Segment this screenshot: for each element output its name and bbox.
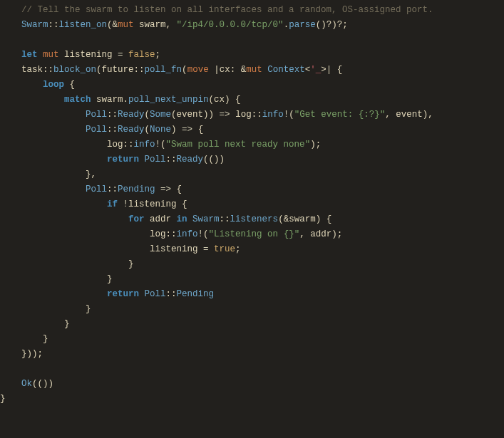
t: cx: bbox=[220, 65, 241, 75]
t: info bbox=[262, 110, 284, 120]
t: Poll bbox=[0, 110, 107, 120]
t: Swarm bbox=[187, 214, 220, 224]
t: parse bbox=[289, 20, 316, 30]
t: mut bbox=[118, 20, 134, 30]
t: poll_next_unpin bbox=[128, 95, 209, 105]
t: } bbox=[0, 274, 113, 284]
t: listen_on bbox=[59, 20, 108, 30]
t bbox=[0, 289, 107, 299]
t: }, bbox=[0, 170, 96, 179]
t: false bbox=[128, 50, 155, 60]
t: block_on bbox=[53, 65, 96, 75]
t: true bbox=[214, 244, 235, 254]
t: match bbox=[64, 95, 91, 105]
t bbox=[0, 155, 107, 165]
t: listeners bbox=[230, 214, 279, 224]
t: poll_fn bbox=[145, 65, 182, 75]
t: info bbox=[177, 229, 198, 239]
t: "Get event: {:?}" bbox=[294, 110, 386, 120]
t: Ok bbox=[21, 379, 32, 389]
t: Ready bbox=[118, 110, 145, 120]
t: , event), bbox=[385, 110, 433, 120]
t: info bbox=[134, 140, 155, 150]
t: listening bbox=[59, 50, 118, 60]
t: let bbox=[21, 50, 38, 60]
t: mut bbox=[43, 50, 59, 60]
t: Poll bbox=[139, 289, 166, 299]
code-block: // Tell the swarm to listen on all inter… bbox=[0, 0, 504, 407]
t: '_ bbox=[310, 65, 321, 75]
t: log bbox=[0, 229, 166, 239]
t: return bbox=[107, 155, 139, 165]
code-comment: // Tell the swarm to listen on all inter… bbox=[0, 5, 433, 15]
t: Poll bbox=[0, 125, 107, 135]
t bbox=[0, 214, 128, 224]
t: (cx) { bbox=[209, 95, 241, 105]
t: swarm, bbox=[134, 20, 177, 30]
t: Context bbox=[262, 65, 305, 75]
t: Pending bbox=[118, 184, 155, 194]
t: log bbox=[230, 110, 252, 120]
t: "Listening on {}" bbox=[209, 229, 300, 239]
t bbox=[0, 95, 64, 105]
t bbox=[0, 379, 21, 389]
t: } bbox=[0, 334, 48, 344]
t: swarm. bbox=[91, 95, 129, 105]
t: task bbox=[0, 65, 43, 75]
t: Pending bbox=[177, 289, 215, 299]
t: move bbox=[187, 65, 209, 75]
t: None bbox=[150, 125, 171, 135]
t: if bbox=[107, 199, 118, 209]
t: "/ip4/0.0.0.0/tcp/0" bbox=[177, 20, 284, 30]
t: log bbox=[0, 140, 123, 150]
t: Swarm bbox=[0, 20, 48, 30]
t: in bbox=[177, 214, 187, 224]
t: Ready bbox=[177, 155, 204, 165]
t: (event)) bbox=[171, 110, 220, 120]
t: } bbox=[0, 304, 91, 314]
t: for bbox=[128, 214, 145, 224]
t: "Swam poll next ready none" bbox=[166, 140, 311, 150]
t: } bbox=[0, 394, 6, 404]
t: Ready bbox=[118, 125, 145, 135]
t: addr bbox=[145, 214, 177, 224]
t: listening { bbox=[128, 199, 187, 209]
t: Poll bbox=[0, 184, 107, 194]
t bbox=[0, 80, 43, 90]
t bbox=[0, 50, 21, 60]
t: Poll bbox=[139, 155, 166, 165]
t: , addr); bbox=[299, 229, 342, 239]
t: future bbox=[102, 65, 134, 75]
t: } bbox=[0, 259, 134, 269]
t: swarm) { bbox=[289, 214, 331, 224]
t: loop bbox=[43, 80, 64, 90]
t: Some bbox=[150, 110, 171, 120]
t: mut bbox=[246, 65, 262, 75]
t bbox=[0, 199, 107, 209]
t: listening bbox=[0, 244, 203, 254]
t: })); bbox=[0, 349, 43, 359]
t: return bbox=[107, 289, 139, 299]
t: } bbox=[0, 319, 70, 329]
